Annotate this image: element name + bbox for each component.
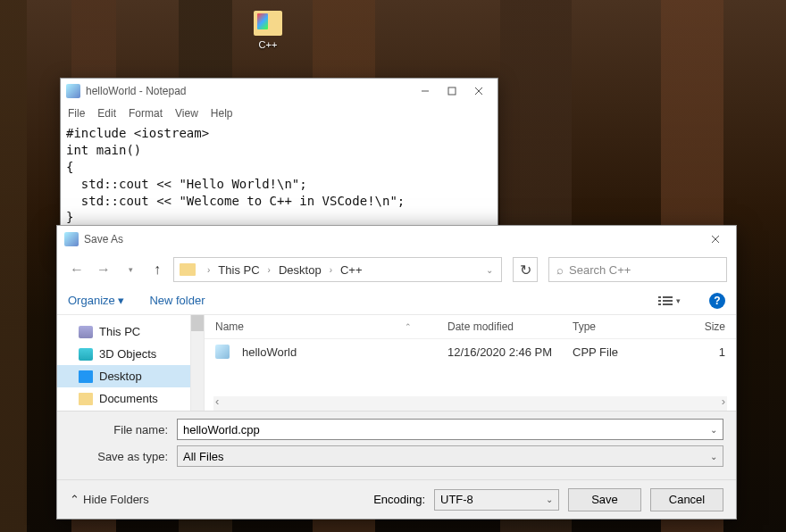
encoding-select[interactable]: UTF-8⌄ [434, 489, 559, 511]
breadcrumb-root[interactable]: This PC [218, 263, 259, 277]
filename-input[interactable]: helloWorld.cpp⌄ [177, 419, 723, 440]
nav-row: ← → ▾ ↑ › This PC › Desktop › C++ ⌄ ↻ ⌕ … [57, 253, 736, 287]
maximize-button[interactable] [439, 81, 465, 101]
filename-label: File name: [70, 423, 177, 436]
address-bar[interactable]: › This PC › Desktop › C++ ⌄ [173, 257, 502, 282]
menu-format[interactable]: Format [129, 107, 163, 120]
sidebar-item-label: This PC [99, 325, 140, 338]
chevron-down-icon[interactable]: ⌄ [486, 265, 493, 275]
notepad-title: helloWorld - Notepad [86, 85, 412, 97]
svg-rect-8 [658, 300, 661, 302]
chevron-up-icon: ⌃ [70, 493, 79, 506]
svg-rect-9 [663, 300, 673, 302]
cancel-button[interactable]: Cancel [650, 488, 723, 511]
toolbar: Organize ▾ New folder ▾ ? [57, 287, 736, 315]
menu-help[interactable]: Help [211, 107, 233, 120]
notepad-editor[interactable]: #include <iostream> int main() { std::co… [61, 123, 498, 228]
search-placeholder: Search C++ [569, 263, 631, 277]
chevron-down-icon[interactable]: ⌄ [710, 425, 717, 435]
menu-view[interactable]: View [175, 107, 198, 120]
minimize-button[interactable] [412, 81, 439, 101]
recent-dropdown[interactable]: ▾ [120, 259, 141, 280]
up-button[interactable]: ↑ [146, 259, 168, 280]
breadcrumb-desktop[interactable]: Desktop [279, 263, 322, 277]
form-area: File name: helloWorld.cpp⌄ Save as type:… [57, 411, 736, 479]
sidebar-item-label: Desktop [99, 370, 142, 383]
menu-file[interactable]: File [68, 107, 85, 120]
notepad-titlebar[interactable]: helloWorld - Notepad [61, 79, 498, 104]
file-name: helloWorld [242, 345, 297, 359]
search-icon: ⌕ [556, 263, 564, 277]
sidebar-scrollbar[interactable] [191, 315, 205, 411]
saveas-title: Save As [84, 233, 123, 245]
notepad-icon [66, 84, 80, 98]
col-size[interactable]: Size [662, 320, 725, 333]
search-input[interactable]: ⌕ Search C++ [548, 257, 727, 282]
back-button[interactable]: ← [66, 259, 88, 280]
sidebar-item-label: Documents [99, 392, 158, 405]
savetype-select[interactable]: All Files⌄ [177, 445, 723, 467]
svg-rect-1 [448, 87, 456, 95]
horizontal-scrollbar[interactable] [213, 396, 727, 411]
file-icon [215, 345, 230, 359]
folder-icon [180, 263, 196, 276]
organize-menu[interactable]: Organize ▾ [68, 294, 124, 307]
chevron-down-icon[interactable]: ⌄ [546, 495, 553, 504]
dialog-footer: ⌃ Hide Folders Encoding: UTF-8⌄ Save Can… [57, 479, 736, 519]
menu-edit[interactable]: Edit [97, 107, 116, 120]
file-row[interactable]: helloWorld 12/16/2020 2:46 PM CPP File 1 [205, 339, 736, 364]
savetype-label: Save as type: [70, 450, 177, 463]
sidebar: This PC 3D Objects Desktop Documents [57, 315, 191, 411]
close-button[interactable] [702, 229, 729, 249]
file-size: 1 [662, 345, 725, 359]
save-button[interactable]: Save [568, 488, 641, 511]
col-date[interactable]: Date modified [447, 320, 573, 333]
sidebar-item-label: 3D Objects [99, 347, 156, 361]
new-folder-button[interactable]: New folder [149, 294, 205, 307]
svg-rect-7 [663, 296, 673, 298]
sidebar-item-thispc[interactable]: This PC [57, 320, 190, 343]
desktop-shortcut-cpp[interactable]: C++ [246, 11, 290, 50]
svg-rect-11 [663, 303, 673, 305]
file-list: Name ⌃ Date modified Type Size helloWorl… [205, 315, 736, 411]
col-type[interactable]: Type [573, 320, 662, 333]
save-as-dialog: Save As ← → ▾ ↑ › This PC › Desktop › C+… [56, 225, 737, 520]
file-type: CPP File [573, 345, 662, 359]
refresh-button[interactable]: ↻ [513, 257, 538, 282]
notepad-icon [64, 232, 79, 246]
hide-folders-toggle[interactable]: ⌃ Hide Folders [70, 493, 149, 506]
breadcrumb-cpp[interactable]: C++ [340, 263, 363, 277]
encoding-label: Encoding: [373, 493, 425, 506]
file-date: 12/16/2020 2:46 PM [447, 345, 573, 359]
desktop-shortcut-label: C++ [246, 39, 290, 50]
sidebar-item-3dobjects[interactable]: 3D Objects [57, 343, 190, 365]
saveas-titlebar[interactable]: Save As [57, 226, 736, 253]
pc-icon [79, 326, 93, 338]
sidebar-item-desktop[interactable]: Desktop [57, 365, 190, 387]
sidebar-item-documents[interactable]: Documents [57, 387, 190, 410]
sort-arrow-icon: ⌃ [405, 322, 412, 331]
forward-button[interactable]: → [93, 259, 114, 280]
col-name[interactable]: Name ⌃ [215, 320, 447, 333]
notepad-menubar: File Edit Format View Help [61, 104, 498, 123]
view-options[interactable]: ▾ [655, 294, 684, 308]
svg-rect-10 [658, 303, 661, 305]
chevron-down-icon[interactable]: ⌄ [710, 452, 717, 461]
column-headers[interactable]: Name ⌃ Date modified Type Size [205, 315, 736, 339]
cube-icon [79, 348, 93, 361]
svg-rect-6 [658, 296, 661, 298]
desktop-icon [79, 370, 93, 383]
close-button[interactable] [465, 81, 492, 101]
documents-icon [79, 393, 93, 405]
help-button[interactable]: ? [709, 293, 725, 309]
folder-icon [254, 11, 282, 36]
